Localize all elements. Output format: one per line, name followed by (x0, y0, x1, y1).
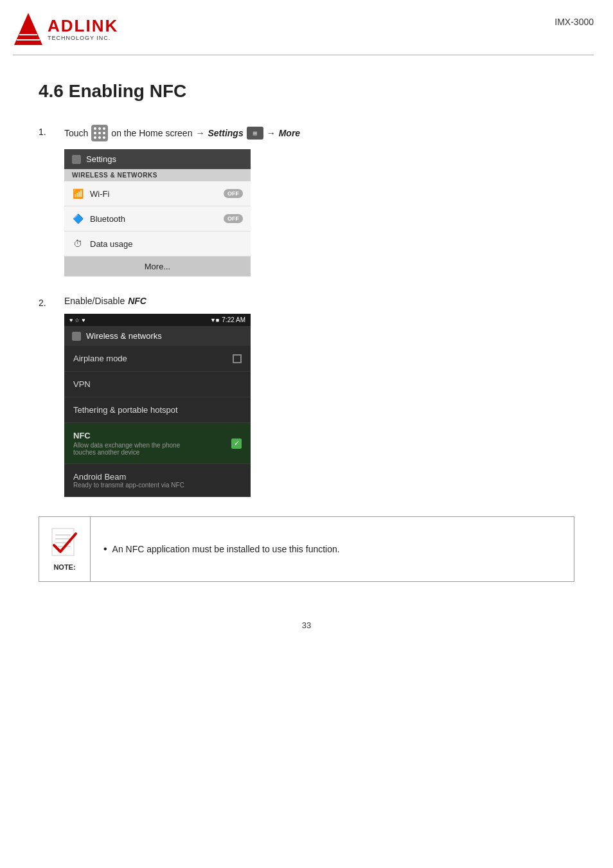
step-2-instruction: Enable/Disable NFC (64, 296, 574, 306)
status-time: 7:22 AM (222, 316, 245, 323)
nfc-label: NFC (73, 431, 180, 440)
wifi-row: 📶 Wi-Fi OFF (64, 181, 251, 206)
section-title: 4.6 Enabling NFC (39, 81, 574, 102)
more-row: More... (64, 257, 251, 276)
step-1-touch-text: Touch (64, 128, 88, 138)
settings-label: Settings (208, 128, 243, 138)
arrow-2-icon: → (267, 128, 276, 138)
step-2-content: Enable/Disable NFC ♥ ☆ ♥ ▼■ 7:22 AM (64, 296, 574, 497)
android-beam-row: Android Beam Ready to transmit app-conte… (64, 464, 251, 497)
settings-screenshot: Settings WIRELESS & NETWORKS 📶 Wi-Fi OFF… (64, 149, 251, 276)
logo-triangle-icon (13, 12, 44, 47)
note-box: NOTE: • An NFC application must be insta… (39, 516, 574, 582)
status-left-icons: ♥ ☆ ♥ (69, 317, 85, 323)
step-2-enable-text: Enable/Disable (64, 296, 125, 306)
bluetooth-icon: 🔷 (72, 213, 84, 224)
nfc-checkbox: ✓ (231, 439, 242, 449)
wifi-icon: 📶 (72, 188, 84, 199)
data-usage-icon: ⏱ (72, 238, 84, 249)
settings-header-bar: Settings (64, 149, 251, 169)
wireless-networks-label: WIRELESS & NETWORKS (64, 169, 251, 181)
status-heart-icon: ♥ (82, 317, 85, 323)
android-beam-sublabel: Ready to transmit app-content via NFC (73, 482, 184, 489)
tethering-row: Tethering & portable hotspot (64, 397, 251, 423)
android-beam-text: Android Beam Ready to transmit app-conte… (73, 472, 184, 489)
step-1: 1. Touch on the Home screen → (39, 125, 574, 276)
note-text: An NFC application must be installed to … (112, 544, 340, 554)
step-1-number: 1. (39, 125, 64, 137)
status-bar: ♥ ☆ ♥ ▼■ 7:22 AM (64, 314, 251, 326)
more-label: More (279, 128, 300, 138)
settings-bar-icon (72, 155, 81, 164)
status-star-icon: ☆ (75, 317, 80, 323)
wireless-header-text: Wireless & networks (86, 331, 162, 341)
app-grid-icon (91, 125, 108, 141)
airplane-mode-row: Airplane mode (64, 346, 251, 372)
tethering-label: Tethering & portable hotspot (73, 405, 178, 415)
status-signal-icon: ♥ (69, 317, 73, 323)
main-content: 4.6 Enabling NFC 1. Touch on the (0, 55, 613, 608)
nfc-row: NFC Allow data exchange when the phoneto… (64, 423, 251, 464)
signal-bars-icon: ▼■ (210, 317, 219, 323)
vpn-label: VPN (73, 379, 91, 389)
step-2: 2. Enable/Disable NFC ♥ ☆ ♥ ▼■ 7:22 AM (39, 296, 574, 497)
bluetooth-row: 🔷 Bluetooth OFF (64, 206, 251, 231)
svg-rect-3 (52, 529, 74, 556)
airplane-mode-label: Airplane mode (73, 354, 127, 363)
airplane-mode-checkbox (233, 354, 242, 363)
wireless-bar-icon (72, 332, 81, 341)
page-header: ADLINK TECHNOLOGY INC. IMX-3000 (0, 0, 613, 47)
nfc-bold-label: NFC (128, 296, 147, 306)
step-1-instruction: Touch on the Home screen → Settings (64, 125, 574, 141)
note-icon-area: NOTE: (39, 517, 91, 581)
model-number: IMX-3000 (555, 17, 594, 27)
step-1-on-home: on the Home screen (111, 128, 192, 138)
logo-text: ADLINK (48, 17, 118, 34)
step-2-number: 2. (39, 296, 64, 308)
arrow-1-icon: → (195, 128, 204, 138)
page-number: 33 (0, 608, 613, 637)
bluetooth-label: Bluetooth (90, 214, 217, 224)
data-usage-row: ⏱ Data usage (64, 231, 251, 257)
note-label: NOTE: (53, 563, 75, 571)
wireless-screenshot: ♥ ☆ ♥ ▼■ 7:22 AM Wireless & networks Air… (64, 314, 251, 497)
nfc-row-text: NFC Allow data exchange when the phoneto… (73, 431, 180, 456)
wireless-header-bar: Wireless & networks (64, 326, 251, 346)
settings-header-text: Settings (86, 154, 116, 164)
nfc-sublabel: Allow data exchange when the phonetouche… (73, 442, 180, 456)
step-1-content: Touch on the Home screen → Settings (64, 125, 574, 276)
android-beam-label: Android Beam (73, 472, 184, 482)
status-right-area: ▼■ 7:22 AM (210, 316, 245, 323)
note-text-area: • An NFC application must be installed t… (91, 517, 353, 581)
data-usage-label: Data usage (90, 239, 243, 249)
logo-subtext: TECHNOLOGY INC. (48, 35, 111, 41)
logo: ADLINK TECHNOLOGY INC. (13, 12, 118, 47)
bluetooth-toggle: OFF (224, 214, 243, 223)
note-checkmark-icon (49, 527, 81, 559)
note-bullet: • (103, 543, 107, 555)
settings-icon: ≡ (247, 127, 263, 140)
wifi-label: Wi-Fi (90, 189, 217, 199)
vpn-row: VPN (64, 372, 251, 397)
wifi-toggle: OFF (224, 189, 243, 198)
